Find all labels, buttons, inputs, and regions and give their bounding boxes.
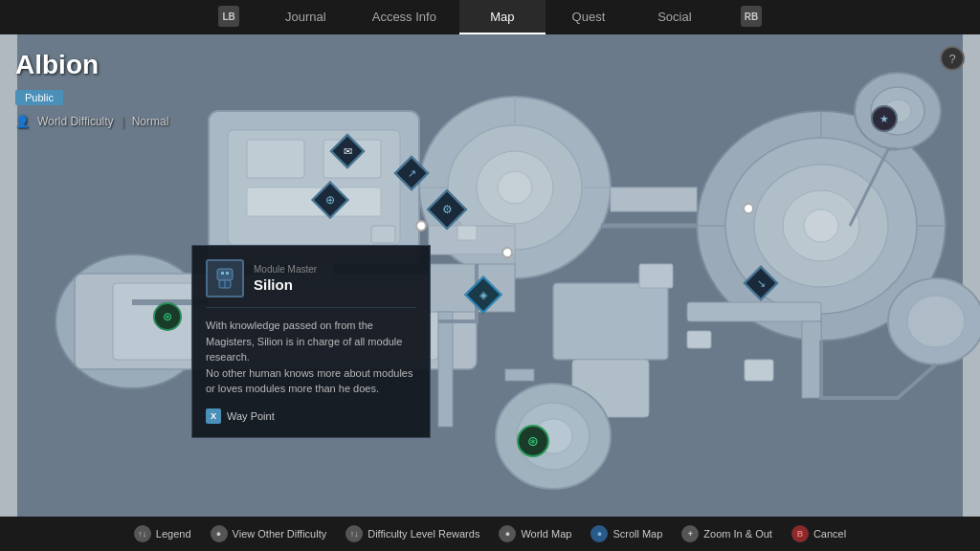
npc-tooltip: Module Master Silion With knowledge pass… bbox=[191, 245, 431, 438]
map-marker-arrow[interactable]: ↗ bbox=[399, 161, 424, 186]
map-marker-gear[interactable]: ⚙ bbox=[433, 195, 461, 224]
map-marker-target[interactable]: ⊕ bbox=[317, 187, 344, 213]
difficulty-value: Normal bbox=[132, 115, 169, 128]
tooltip-header: Module Master Silion bbox=[206, 259, 416, 298]
legend-item[interactable]: ↑↓ Legend bbox=[134, 525, 191, 542]
zoom-label: Zoom In & Out bbox=[703, 528, 772, 540]
svg-point-15 bbox=[498, 171, 532, 204]
waypoint-label: Way Point bbox=[227, 410, 275, 422]
view-difficulty-icon: ● bbox=[211, 525, 228, 542]
svg-point-24 bbox=[804, 209, 838, 242]
cancel-item[interactable]: B Cancel bbox=[791, 525, 846, 542]
map-marker-silion[interactable]: ◈ bbox=[470, 281, 497, 308]
lb-button[interactable]: LB bbox=[195, 0, 262, 34]
tooltip-title-block: Module Master Silion bbox=[254, 264, 317, 293]
cancel-icon: B bbox=[791, 525, 809, 542]
tab-map[interactable]: Map bbox=[459, 0, 546, 34]
map-marker-right[interactable]: ↘ bbox=[748, 271, 773, 296]
map-area[interactable]: Albion Public 👤 World Difficulty | Norma… bbox=[0, 34, 980, 517]
zoom-item[interactable]: + Zoom In & Out bbox=[681, 525, 772, 542]
view-other-difficulty-item[interactable]: ● View Other Difficulty bbox=[211, 525, 327, 542]
tooltip-avatar bbox=[206, 259, 244, 298]
difficulty-rewards-label: Difficulty Level Rewards bbox=[368, 528, 479, 540]
gear-icon: ⚙ bbox=[442, 203, 453, 216]
rb-icon: RB bbox=[741, 6, 762, 27]
tab-access-info[interactable]: Access Info bbox=[349, 0, 459, 34]
scroll-map-icon: ● bbox=[590, 525, 608, 542]
svg-rect-40 bbox=[505, 369, 534, 381]
svg-rect-41 bbox=[687, 302, 821, 321]
terminal-icon: ⊛ bbox=[527, 433, 539, 449]
tab-quest[interactable]: Quest bbox=[546, 0, 632, 34]
robot-icon: ⊛ bbox=[163, 310, 172, 323]
svg-rect-53 bbox=[221, 272, 224, 275]
svg-rect-50 bbox=[687, 331, 711, 348]
location-title: Albion bbox=[15, 50, 186, 80]
target-icon: ⊕ bbox=[325, 193, 335, 207]
legend-label: Legend bbox=[156, 528, 191, 540]
map-waypoint-3[interactable] bbox=[743, 203, 754, 214]
map-marker-envelope[interactable]: ✉ bbox=[335, 139, 360, 164]
svg-rect-54 bbox=[226, 272, 229, 275]
top-navigation: LB Journal Access Info Map Quest Social … bbox=[0, 0, 980, 34]
svg-rect-48 bbox=[457, 226, 477, 240]
world-difficulty: 👤 World Difficulty | Normal bbox=[15, 115, 186, 128]
svg-rect-33 bbox=[611, 187, 697, 211]
svg-rect-49 bbox=[639, 264, 673, 288]
svg-point-30 bbox=[907, 296, 965, 347]
npc-icon: ★ bbox=[880, 113, 889, 125]
svg-rect-9 bbox=[247, 140, 304, 178]
help-button[interactable]: ? bbox=[940, 46, 965, 71]
world-map-item[interactable]: ● World Map bbox=[499, 525, 571, 542]
svg-rect-34 bbox=[553, 283, 668, 360]
tooltip-divider bbox=[206, 307, 416, 308]
svg-rect-42 bbox=[802, 321, 821, 398]
bottom-bar: ↑↓ Legend ● View Other Difficulty ↑↓ Dif… bbox=[0, 517, 980, 551]
tooltip-description: With knowledge passed on from the Magist… bbox=[206, 318, 416, 397]
scroll-map-item[interactable]: ● Scroll Map bbox=[590, 525, 662, 542]
difficulty-rewards-item[interactable]: ↑↓ Difficulty Level Rewards bbox=[345, 525, 479, 542]
direction-icon: ↘ bbox=[757, 277, 766, 290]
legend-icon: ↑↓ bbox=[134, 525, 151, 542]
tab-social[interactable]: Social bbox=[632, 0, 718, 34]
silion-icon: ◈ bbox=[479, 289, 487, 301]
map-marker-green[interactable]: ⊛ bbox=[517, 425, 549, 457]
left-panel: Albion Public 👤 World Difficulty | Norma… bbox=[0, 34, 201, 143]
tooltip-name: Silion bbox=[254, 276, 317, 293]
svg-rect-47 bbox=[371, 226, 395, 243]
lb-icon: LB bbox=[218, 6, 239, 27]
world-map-icon: ● bbox=[499, 525, 516, 542]
svg-rect-39 bbox=[438, 312, 453, 427]
world-map-label: World Map bbox=[521, 528, 571, 540]
waypoint-dot-3 bbox=[743, 203, 754, 214]
difficulty-rewards-icon: ↑↓ bbox=[345, 525, 363, 542]
view-difficulty-label: View Other Difficulty bbox=[233, 528, 327, 540]
map-marker-robot[interactable]: ⊛ bbox=[153, 302, 182, 331]
rb-button[interactable]: RB bbox=[718, 0, 785, 34]
waypoint-dot-2 bbox=[501, 247, 513, 258]
cancel-label: Cancel bbox=[813, 528, 846, 540]
zoom-icon: + bbox=[681, 525, 699, 542]
map-waypoint-2[interactable] bbox=[501, 247, 513, 258]
map-waypoint-1[interactable] bbox=[415, 220, 427, 231]
arrow-icon: ↗ bbox=[408, 167, 416, 180]
world-difficulty-label: World Difficulty bbox=[37, 115, 114, 128]
svg-rect-52 bbox=[217, 269, 233, 280]
public-badge: Public bbox=[15, 90, 63, 105]
svg-rect-51 bbox=[745, 360, 773, 381]
world-difficulty-icon: 👤 bbox=[15, 115, 30, 128]
tooltip-subtitle: Module Master bbox=[254, 264, 317, 275]
waypoint-x-button[interactable]: X bbox=[206, 408, 221, 424]
tab-journal[interactable]: Journal bbox=[262, 0, 349, 34]
waypoint-dot-1 bbox=[415, 220, 427, 231]
scroll-map-label: Scroll Map bbox=[612, 528, 662, 540]
envelope-icon: ✉ bbox=[344, 145, 352, 158]
map-marker-top-right[interactable]: ★ bbox=[871, 105, 898, 132]
tooltip-waypoint[interactable]: X Way Point bbox=[206, 408, 416, 424]
